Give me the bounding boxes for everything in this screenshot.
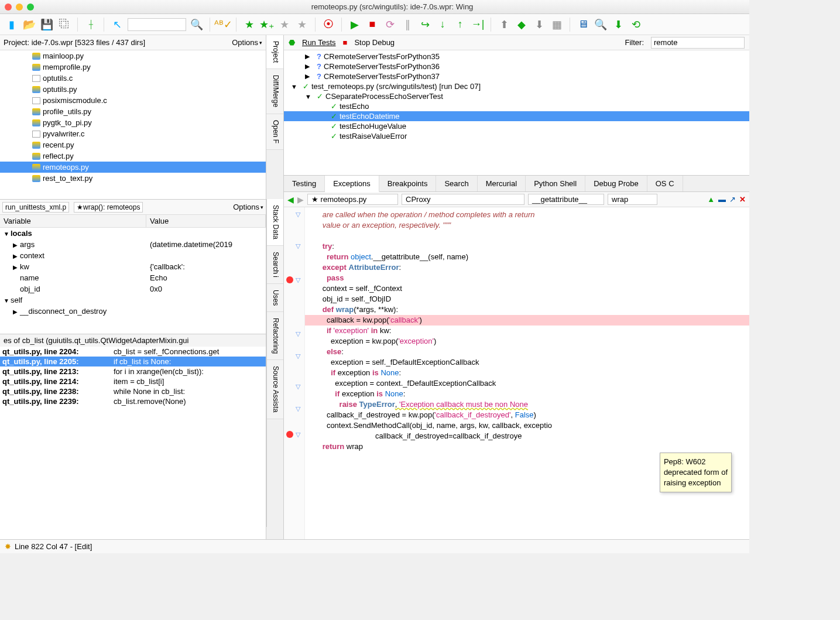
panel-tab[interactable]: Search: [436, 176, 477, 191]
project-file[interactable]: pyvalwriter.c: [0, 128, 266, 139]
stack-options[interactable]: Options: [233, 203, 263, 211]
project-file[interactable]: recent.py: [0, 139, 266, 150]
uses-list[interactable]: qt_utils.py, line 2204:cb_list = self._f…: [0, 347, 266, 539]
frames-icon[interactable]: ▦: [550, 18, 564, 32]
panel-tab[interactable]: OS C: [647, 176, 683, 191]
test-node[interactable]: ▼✓CSeparateProcessEchoServerTest: [284, 91, 749, 101]
project-file[interactable]: rest_to_text.py: [0, 173, 266, 184]
stack-table[interactable]: ▼locals▶args(datetime.datetime(2019▶cont…: [0, 228, 266, 334]
bookmark-prev-icon[interactable]: ★: [277, 18, 292, 32]
crumb-file[interactable]: ★ remoteops.py: [307, 194, 398, 205]
minimize-editor-icon[interactable]: ▬: [718, 195, 726, 204]
test-node[interactable]: ✓testEcho: [284, 101, 749, 111]
new-file-icon[interactable]: ▮: [5, 18, 19, 32]
sync-icon[interactable]: ⟲: [629, 18, 643, 32]
run-tests-button[interactable]: Run Tests: [302, 38, 336, 47]
stack-row[interactable]: ▶__disconnect_on_destroy: [0, 306, 266, 317]
side-tab[interactable]: Open F: [266, 114, 283, 150]
stack-frame-combo[interactable]: ★wrap(): remoteops: [74, 202, 143, 213]
uses-row[interactable]: qt_utils.py, line 2239: cb_list.remove(N…: [0, 396, 266, 406]
indent-icon[interactable]: ⟊: [84, 18, 98, 32]
run-to-icon[interactable]: →|: [471, 18, 485, 32]
test-node[interactable]: ✓testRaiseValueError: [284, 131, 749, 141]
project-file[interactable]: pygtk_to_pi.py: [0, 117, 266, 128]
stack-row[interactable]: ▶kw{'callback':: [0, 261, 266, 272]
stack-row[interactable]: ▼locals: [0, 228, 266, 239]
side-tab[interactable]: Diff/Merge: [266, 69, 283, 114]
stack-row[interactable]: ▼self: [0, 294, 266, 306]
nav-back-icon[interactable]: ◀: [287, 195, 294, 204]
panel-tab[interactable]: Debug Probe: [585, 176, 647, 191]
test-node[interactable]: ▶?CRemoteServerTestsForPython35: [284, 52, 749, 61]
project-options[interactable]: Options: [232, 38, 262, 47]
side-tab[interactable]: Stack Data: [267, 199, 283, 246]
pause-icon[interactable]: ‖: [400, 18, 414, 32]
check-icon[interactable]: ᴬᴮ✓: [216, 18, 230, 32]
minimize-icon[interactable]: [16, 4, 23, 11]
open-icon[interactable]: 📂: [22, 18, 36, 32]
stack-row[interactable]: ▶args(datetime.datetime(2019: [0, 239, 266, 250]
project-file[interactable]: remoteops.py: [0, 162, 266, 173]
stack-row[interactable]: ▶context: [0, 250, 266, 261]
frame-up-icon[interactable]: ⬆: [497, 18, 511, 32]
goto-input[interactable]: [128, 18, 186, 31]
save-all-icon[interactable]: ⿻: [57, 18, 71, 32]
test-tree[interactable]: ▶?CRemoteServerTestsForPython35▶?CRemote…: [284, 50, 749, 175]
stack-row[interactable]: obj_id0x0: [0, 283, 266, 294]
test-node[interactable]: ✓testEchoHugeValue: [284, 121, 749, 131]
panel-tab[interactable]: Breakpoints: [379, 176, 437, 191]
find-icon[interactable]: 🔍: [594, 18, 608, 32]
panel-tab[interactable]: Exceptions: [325, 176, 379, 192]
uses-row[interactable]: qt_utils.py, line 2205:if cb_list is Non…: [0, 357, 266, 366]
test-node[interactable]: ▶?CRemoteServerTestsForPython36: [284, 61, 749, 71]
breakpoint-icon[interactable]: [286, 276, 293, 283]
save-icon[interactable]: 💾: [40, 18, 54, 32]
panel-tab[interactable]: Testing: [284, 176, 325, 191]
uses-row[interactable]: qt_utils.py, line 2204:cb_list = self._f…: [0, 347, 266, 357]
code-editor[interactable]: are called when the operation / method c…: [305, 207, 749, 539]
project-file[interactable]: reflect.py: [0, 150, 266, 162]
test-node[interactable]: ✓testEchoDatetime: [284, 111, 749, 121]
step-over-icon[interactable]: ↪: [418, 18, 432, 32]
side-tab[interactable]: Project: [266, 35, 283, 69]
stack-process-combo[interactable]: run_unittests_xml.p: [2, 202, 69, 213]
uses-row[interactable]: qt_utils.py, line 2213:for i in xrange(l…: [0, 366, 266, 376]
monitor-icon[interactable]: 🖥: [576, 18, 590, 32]
record-icon[interactable]: ⦿: [321, 18, 335, 32]
stop-icon[interactable]: ■: [365, 18, 379, 32]
project-file[interactable]: optutils.c: [0, 73, 266, 84]
close-icon[interactable]: [5, 4, 12, 11]
stop-debug-button[interactable]: Stop Debug: [354, 38, 395, 47]
breakpoint-icon[interactable]: [286, 431, 293, 438]
side-tab[interactable]: Uses: [267, 284, 283, 312]
crumb-class[interactable]: CProxy: [402, 194, 524, 205]
project-file[interactable]: mainloop.py: [0, 50, 266, 61]
side-tab[interactable]: Search i: [267, 246, 283, 284]
project-file[interactable]: posixmiscmodule.c: [0, 95, 266, 106]
step-into-icon[interactable]: ↓: [436, 18, 450, 32]
side-tab[interactable]: Refactoring: [267, 312, 283, 360]
panel-tab[interactable]: Mercurial: [478, 176, 526, 191]
panel-tab[interactable]: Python Shell: [526, 176, 585, 191]
crumb-method[interactable]: __getattribute__: [528, 194, 604, 205]
step-out-icon[interactable]: ↑: [453, 18, 467, 32]
download-icon[interactable]: ⬇: [611, 18, 625, 32]
frame-down-icon[interactable]: ⬇: [532, 18, 546, 32]
restart-icon[interactable]: ⟳: [383, 18, 397, 32]
project-file-list[interactable]: mainloop.pymemprofile.pyoptutils.coptuti…: [0, 50, 266, 199]
bookmark-add-icon[interactable]: ★₊: [260, 18, 274, 32]
uses-row[interactable]: qt_utils.py, line 2214: item = cb_list[i…: [0, 376, 266, 386]
project-file[interactable]: memprofile.py: [0, 61, 266, 73]
zoom-icon[interactable]: [27, 4, 34, 11]
test-node[interactable]: ▼✓test_remoteops.py (src/wingutils/test)…: [284, 81, 749, 91]
warning-icon[interactable]: ▲: [707, 195, 715, 204]
test-node[interactable]: ▶?CRemoteServerTestsForPython37: [284, 71, 749, 81]
project-file[interactable]: profile_utils.py: [0, 106, 266, 117]
expand-editor-icon[interactable]: ↗: [729, 195, 736, 204]
search-icon[interactable]: 🔍: [190, 18, 204, 32]
filter-input[interactable]: [651, 37, 745, 49]
bookmark-next-icon[interactable]: ★: [295, 18, 309, 32]
uses-row[interactable]: qt_utils.py, line 2238:while None in cb_…: [0, 386, 266, 396]
run-icon[interactable]: ▶: [348, 18, 362, 32]
side-tab[interactable]: Source Assista: [267, 360, 283, 419]
